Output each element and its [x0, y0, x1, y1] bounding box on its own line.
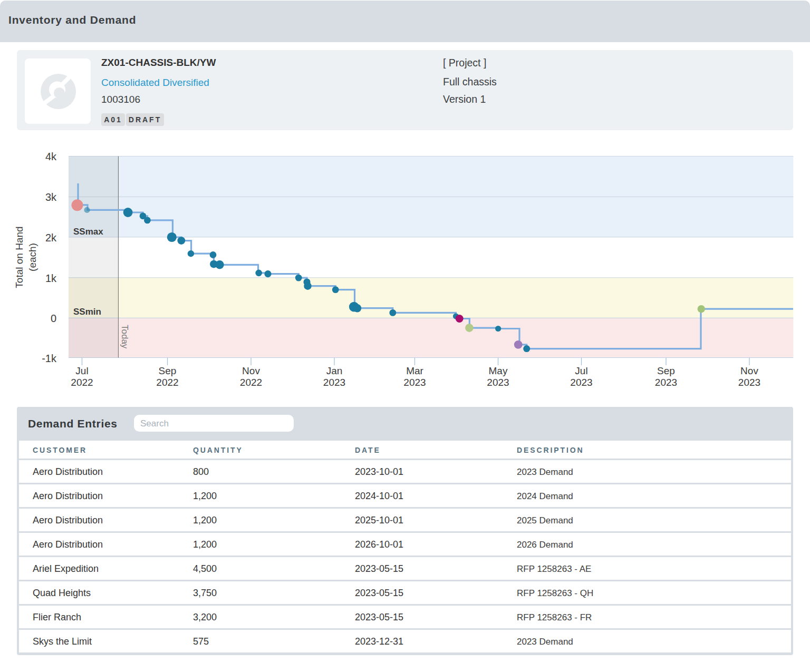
svg-text:Jul: Jul: [575, 365, 587, 376]
svg-text:4k: 4k: [45, 151, 57, 162]
svg-text:1k: 1k: [45, 272, 57, 284]
svg-text:Total on Hand: Total on Hand: [14, 226, 25, 288]
svg-text:0: 0: [51, 313, 56, 324]
svg-text:Today: Today: [120, 325, 130, 349]
svg-text:2022: 2022: [156, 377, 178, 388]
svg-text:Nov: Nov: [740, 365, 758, 376]
svg-text:2023: 2023: [655, 377, 677, 388]
svg-text:2022: 2022: [240, 377, 262, 388]
svg-text:May: May: [489, 365, 508, 376]
svg-text:SSmax: SSmax: [73, 227, 103, 237]
svg-text:Mar: Mar: [406, 365, 423, 376]
svg-text:Sep: Sep: [657, 365, 675, 376]
svg-text:-1k: -1k: [42, 353, 57, 364]
svg-text:2023: 2023: [738, 377, 760, 388]
svg-text:2023: 2023: [570, 377, 592, 388]
svg-text:3k: 3k: [45, 191, 57, 203]
svg-text:Jul: Jul: [75, 365, 88, 376]
svg-text:Nov: Nov: [242, 365, 260, 376]
svg-text:2023: 2023: [403, 377, 426, 388]
svg-text:Sep: Sep: [159, 365, 177, 376]
svg-text:2022: 2022: [71, 377, 93, 388]
svg-text:2023: 2023: [487, 377, 509, 388]
svg-text:2k: 2k: [45, 232, 57, 244]
svg-text:2023: 2023: [323, 377, 345, 388]
svg-text:Jan: Jan: [326, 365, 343, 376]
svg-text:SSmin: SSmin: [73, 307, 101, 317]
svg-text:(each): (each): [27, 243, 38, 271]
